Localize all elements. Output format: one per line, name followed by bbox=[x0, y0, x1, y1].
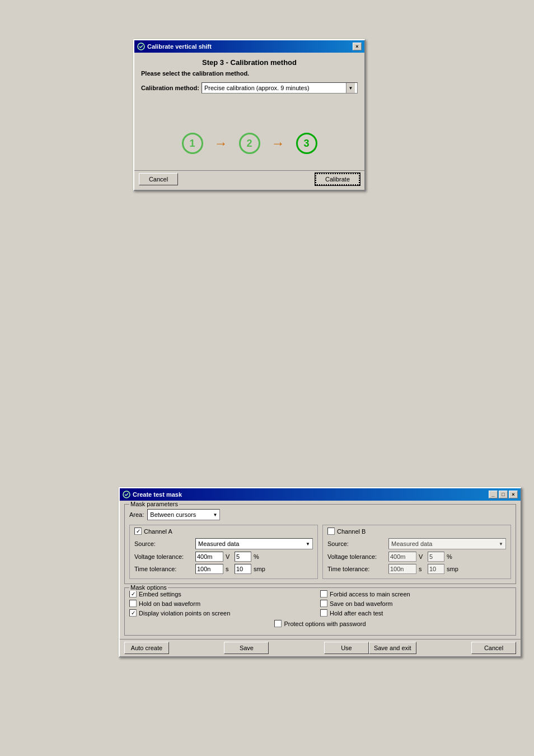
save-bad-row: Save on bad waveform bbox=[320, 600, 511, 607]
step-2-circle: 2 bbox=[239, 133, 260, 154]
method-label: Calibration method: bbox=[141, 85, 199, 91]
channel-a-header: Channel A bbox=[134, 528, 313, 535]
protect-row: Protect options with password bbox=[129, 620, 511, 627]
calibrate-title-bar: Calibrate vertical shift × bbox=[134, 40, 364, 53]
calibrate-title: Calibrate vertical shift bbox=[147, 43, 212, 50]
voltage-a-unit: V bbox=[226, 553, 232, 560]
embed-settings-row: Embed settings bbox=[129, 590, 320, 598]
voltage-a-row: Voltage tolerance: 400m V 5 % bbox=[134, 552, 313, 562]
hold-bad-row: Hold on bad waveform bbox=[129, 600, 320, 607]
voltage-b-pct-input[interactable]: 5 bbox=[428, 552, 444, 562]
source-b-arrow[interactable]: ▼ bbox=[499, 542, 503, 547]
protect-label: Protect options with password bbox=[284, 620, 366, 627]
save-and-exit-button[interactable]: Save and exit bbox=[369, 642, 416, 654]
calibrate-footer: Cancel Calibrate bbox=[134, 170, 364, 190]
mask-title-left: Create test mask bbox=[123, 491, 182, 498]
time-a-label: Time tolerance: bbox=[134, 566, 193, 572]
step-1-circle: 1 bbox=[182, 133, 203, 154]
mask-close-button[interactable]: × bbox=[509, 491, 518, 498]
time-b-input[interactable]: 100n bbox=[388, 564, 416, 574]
options-col-right: Forbid access to main screen Save on bad… bbox=[320, 590, 511, 617]
hold-bad-checkbox[interactable] bbox=[129, 600, 137, 607]
close-button[interactable]: × bbox=[353, 43, 362, 50]
time-b-smp-input[interactable]: 10 bbox=[428, 564, 444, 574]
method-select[interactable]: Precise calibration (approx. 9 minutes) … bbox=[202, 82, 358, 94]
source-a-arrow[interactable]: ▼ bbox=[306, 542, 310, 547]
hold-after-checkbox[interactable] bbox=[320, 609, 327, 617]
method-dropdown-arrow[interactable]: ▼ bbox=[346, 83, 355, 93]
channels-container: Channel A Source: Measured data ▼ Voltag… bbox=[129, 525, 511, 579]
title-bar-controls: × bbox=[353, 43, 362, 50]
save-bad-checkbox[interactable] bbox=[320, 600, 327, 607]
hold-after-row: Hold after each test bbox=[320, 609, 511, 617]
source-a-row: Source: Measured data ▼ bbox=[134, 538, 313, 549]
embed-settings-checkbox[interactable] bbox=[129, 590, 137, 598]
voltage-a-pct-input[interactable]: 5 bbox=[235, 552, 251, 562]
time-b-label: Time tolerance: bbox=[327, 566, 386, 572]
hold-after-label: Hold after each test bbox=[330, 610, 383, 617]
voltage-a-label: Voltage tolerance: bbox=[134, 553, 193, 560]
dialog-subtitle: Please select the calibration method. bbox=[141, 70, 358, 77]
voltage-b-row: Voltage tolerance: 400m V 5 % bbox=[327, 552, 506, 562]
use-button[interactable]: Use bbox=[324, 642, 369, 654]
area-label: Area: bbox=[129, 511, 144, 518]
step-title: Step 3 - Calibration method bbox=[141, 58, 358, 67]
voltage-a-pct-unit: % bbox=[254, 553, 260, 560]
mask-options-legend: Mask options bbox=[129, 584, 168, 591]
calibrate-button[interactable]: Calibrate bbox=[315, 173, 360, 185]
source-a-value: Measured data bbox=[198, 540, 239, 547]
calibration-method-row: Calibration method: Precise calibration … bbox=[141, 82, 358, 94]
calibrate-icon bbox=[137, 43, 145, 50]
maximize-button[interactable]: □ bbox=[499, 491, 508, 498]
area-dropdown-arrow[interactable]: ▼ bbox=[213, 512, 217, 517]
source-a-select[interactable]: Measured data ▼ bbox=[195, 538, 313, 549]
auto-create-button[interactable]: Auto create bbox=[124, 642, 169, 654]
channel-a-checkbox[interactable] bbox=[134, 528, 142, 535]
display-violations-label: Display violation points on screen bbox=[139, 610, 230, 617]
forbid-main-checkbox[interactable] bbox=[320, 590, 327, 598]
step-3-circle: 3 bbox=[296, 133, 317, 154]
mask-footer: Auto create Save Use Save and exit Cance… bbox=[120, 639, 521, 656]
options-col-left: Embed settings Hold on bad waveform Disp… bbox=[129, 590, 320, 617]
minimize-button[interactable]: _ bbox=[489, 491, 498, 498]
channel-b-section: Channel B Source: Measured data ▼ Voltag… bbox=[322, 525, 511, 579]
area-select[interactable]: Between cursors ▼ bbox=[147, 509, 220, 520]
area-value: Between cursors bbox=[150, 511, 196, 518]
save-bad-label: Save on bad waveform bbox=[330, 600, 393, 607]
channel-a-section: Channel A Source: Measured data ▼ Voltag… bbox=[129, 525, 318, 579]
mask-icon bbox=[123, 491, 130, 498]
calibrate-body: Step 3 - Calibration method Please selec… bbox=[134, 53, 364, 168]
mask-options-group: Mask options Embed settings Hold on bad … bbox=[124, 587, 516, 636]
calibrate-dialog: Calibrate vertical shift × Step 3 - Cali… bbox=[133, 39, 366, 191]
display-violations-checkbox[interactable] bbox=[129, 609, 137, 617]
method-value: Precise calibration (approx. 9 minutes) bbox=[204, 85, 310, 91]
mask-title-bar: Create test mask _ □ × bbox=[120, 488, 521, 501]
voltage-a-input[interactable]: 400m bbox=[195, 552, 223, 562]
forbid-main-row: Forbid access to main screen bbox=[320, 590, 511, 598]
save-button[interactable]: Save bbox=[224, 642, 269, 654]
mask-title-controls: _ □ × bbox=[489, 491, 518, 498]
channel-b-checkbox[interactable] bbox=[327, 528, 335, 535]
source-b-select[interactable]: Measured data ▼ bbox=[388, 538, 506, 549]
channel-b-label: Channel B bbox=[337, 528, 366, 535]
voltage-b-input[interactable]: 400m bbox=[388, 552, 416, 562]
protect-checkbox[interactable] bbox=[274, 620, 282, 627]
voltage-b-unit: V bbox=[419, 553, 425, 560]
display-violations-row: Display violation points on screen bbox=[129, 609, 320, 617]
time-a-smp-unit: smp bbox=[254, 566, 265, 572]
options-grid: Embed settings Hold on bad waveform Disp… bbox=[129, 590, 511, 617]
mask-cancel-button[interactable]: Cancel bbox=[471, 642, 516, 654]
time-a-smp-input[interactable]: 10 bbox=[235, 564, 251, 574]
voltage-b-label: Voltage tolerance: bbox=[327, 553, 386, 560]
cancel-button[interactable]: Cancel bbox=[139, 173, 178, 185]
forbid-main-label: Forbid access to main screen bbox=[330, 591, 410, 598]
hold-bad-label: Hold on bad waveform bbox=[139, 600, 200, 607]
title-bar-left: Calibrate vertical shift bbox=[137, 43, 212, 50]
time-a-unit: s bbox=[226, 566, 232, 572]
mask-params-group: Mask parameters Area: Between cursors ▼ … bbox=[124, 504, 516, 584]
time-a-input[interactable]: 100n bbox=[195, 564, 223, 574]
mask-params-legend: Mask parameters bbox=[129, 501, 179, 507]
source-a-label: Source: bbox=[134, 540, 193, 547]
steps-row: 1 → 2 → 3 bbox=[141, 133, 358, 154]
voltage-b-pct-unit: % bbox=[447, 553, 453, 560]
